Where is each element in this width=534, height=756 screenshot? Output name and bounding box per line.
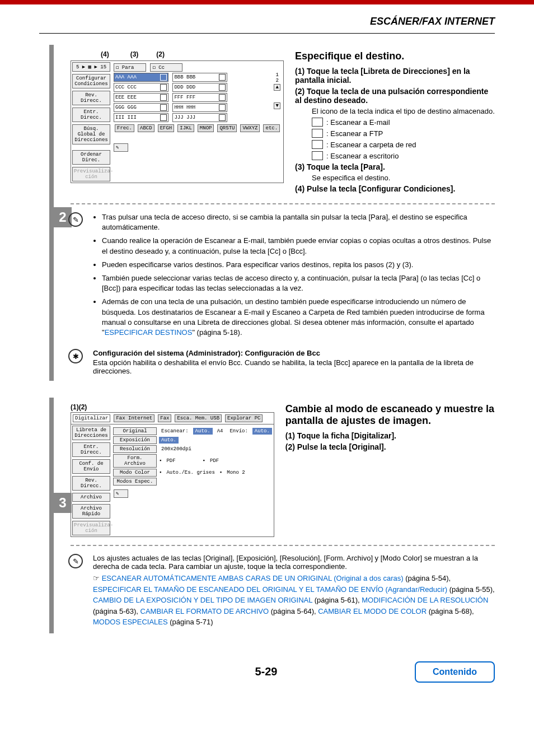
link-4[interactable]: CAMBIAR EL FORMATO DE ARCHIVO	[140, 607, 269, 615]
netfolder-icon	[312, 140, 323, 149]
addr-label: JJJ JJJ	[174, 115, 195, 120]
tab-frec[interactable]: Frec.	[115, 124, 134, 132]
addr-aaa[interactable]: AAA AAA	[114, 73, 168, 82]
addr-ccc[interactable]: CCC CCC	[114, 83, 168, 92]
step-3-number: 3	[54, 493, 72, 513]
link-2[interactable]: CAMBIO DE LA EXPOSICIÓN Y DEL TIPO DE IM…	[93, 596, 312, 604]
btn-modos[interactable]: Modos Espec.	[113, 478, 157, 486]
side-preview[interactable]: Previsualiza-ción	[72, 167, 110, 181]
callout-1: (1)	[71, 403, 79, 411]
btn-color[interactable]: Modo Color	[113, 469, 157, 477]
phone-icon	[160, 84, 167, 91]
addr-ddd[interactable]: DDD DDD	[172, 83, 227, 92]
side-preview[interactable]: Previsualiza-ción	[72, 521, 110, 535]
val-color2: Mono 2	[224, 469, 247, 476]
cc-label: Cc	[158, 65, 165, 71]
ftp-icon	[160, 104, 167, 111]
link-2-p: (página 5-61),	[312, 596, 362, 604]
icon-label-email: : Escanear a E-mail	[326, 118, 390, 127]
link-especificar-destinos[interactable]: ESPECIFICAR DESTINOS	[105, 328, 193, 337]
side-libreta[interactable]: Libreta de Direcciones	[72, 426, 110, 440]
addr-jjj[interactable]: JJJ JJJ	[172, 113, 227, 122]
divider	[71, 203, 495, 204]
side-rapido[interactable]: Archivo Rápido	[72, 504, 110, 519]
note-5: Además de con una tecla de una pulsación…	[102, 297, 495, 338]
step3-title: Cambie al modo de escaneado y muestre la…	[285, 403, 495, 427]
link-1-p: (página 5-55),	[447, 585, 495, 594]
note-5b: " (página 5-18).	[192, 328, 242, 337]
val-pdf1: PDF	[164, 458, 177, 464]
scroll-up-button[interactable]: ▲	[274, 84, 280, 91]
email-icon	[312, 118, 323, 127]
link-1[interactable]: ESPECIFICAR EL TAMAÑO DE ESCANEADO DEL O…	[93, 585, 447, 594]
addr-label: CCC CCC	[115, 85, 137, 90]
link-6[interactable]: MODOS ESPECIALES	[93, 618, 168, 626]
val-exp-auto: Auto.	[159, 437, 179, 444]
breadcrumb: 5 ▶ ▦ ▶ 15	[72, 62, 110, 72]
pen-icon: ✎	[68, 212, 83, 227]
scroll-down-button[interactable]: ▼	[274, 102, 280, 109]
step2-sub1: (1) Toque la tecla [Libreta de Direccion…	[295, 67, 495, 85]
callout-2: (2)	[156, 50, 165, 58]
side-sort[interactable]: Ordenar Direc.	[72, 150, 110, 165]
side-entr[interactable]: Entr. Direcc.	[72, 442, 110, 457]
pen-icon: ✎	[68, 554, 83, 568]
note-3: Pueden especificarse varios destinos. Pa…	[102, 260, 495, 270]
side-config[interactable]: Configurar Condiciones	[72, 74, 110, 88]
cc-button[interactable]: ◻ Cc	[150, 63, 182, 72]
step-2-section: 2 (4) (3) (2) 5 ▶ ▦ ▶ 15	[49, 45, 495, 381]
pdf-icon: ▪	[203, 458, 205, 464]
side-entr[interactable]: Entr. Direcc.	[72, 108, 110, 122]
page-number: 5-29	[118, 665, 415, 678]
side-global[interactable]: Búsq. Global de Direcciones	[72, 124, 110, 144]
link-5[interactable]: CAMBIAR EL MODO DE COLOR	[318, 607, 427, 615]
btn-resolucion[interactable]: Resolución	[113, 445, 157, 453]
btn-original[interactable]: Original	[113, 427, 157, 435]
step3-sub2: (2) Pulse la tecla [Original].	[285, 442, 495, 451]
tab-qrstu[interactable]: QRSTU	[217, 124, 237, 132]
contents-button[interactable]: Contenido	[415, 661, 495, 683]
phone-icon	[219, 114, 226, 121]
side-rev[interactable]: Rev. Direcc.	[72, 476, 110, 491]
val-pdf2: PDF	[208, 458, 221, 464]
tab-usb[interactable]: Esca. Mem. USB	[175, 414, 222, 422]
link-3[interactable]: MODIFICACIÓN DE LA RESOLUCIÓN	[362, 596, 488, 604]
callout-2: (2)	[79, 403, 87, 411]
side-archivo[interactable]: Archivo	[72, 493, 110, 502]
tab-abcd[interactable]: ABCD	[138, 124, 154, 132]
tab-mnop[interactable]: MNOP	[198, 124, 214, 132]
step3-intro: Los ajustes actuales de las teclas [Orig…	[93, 554, 495, 571]
addr-ggg[interactable]: GGG GGG	[114, 103, 168, 112]
addr-eee[interactable]: EEE EEE	[114, 93, 168, 102]
admin-body: Esta opción habilita o deshabilita el en…	[93, 358, 495, 375]
step2-sub2-desc: El icono de la tecla indica el tipo de d…	[312, 107, 495, 115]
tab-etc[interactable]: etc.	[263, 124, 280, 132]
btn-formato[interactable]: Form. Archivo	[113, 454, 157, 468]
tab-faxinternet[interactable]: Fax Internet	[114, 414, 154, 422]
side-rev[interactable]: Rev. Direcc.	[72, 91, 110, 105]
email-icon	[219, 94, 226, 101]
tab-efgh[interactable]: EFGH	[158, 124, 175, 132]
preview-icon-button[interactable]: ✎	[114, 143, 128, 152]
addr-label: GGG GGG	[115, 105, 137, 110]
link-0[interactable]: ESCANEAR AUTOMÁTICAMENTE AMBAS CARAS DE …	[102, 574, 404, 582]
para-button[interactable]: ◻ Para	[114, 63, 146, 72]
addr-fff[interactable]: FFF FFF	[172, 93, 227, 102]
side-conf[interactable]: Conf. de Envío	[72, 459, 110, 474]
mono-icon: ▪	[219, 470, 222, 475]
addr-iii[interactable]: III III	[114, 113, 168, 122]
btn-exposicion[interactable]: Exposición	[113, 436, 157, 444]
addr-hhh[interactable]: HHH HHH	[172, 103, 227, 112]
tab-vwxyz[interactable]: VWXYZ	[240, 124, 260, 132]
addr-label: EEE EEE	[115, 95, 137, 100]
icon-label-ftp: : Escanear a FTP	[326, 129, 383, 138]
tab-digitalizar[interactable]: Digitalizar	[73, 414, 110, 422]
tab-fax[interactable]: Fax	[158, 414, 171, 422]
tab-pc[interactable]: Explorar PC	[225, 414, 263, 422]
step2-sub2: (2) Toque la tecla de una pulsación corr…	[295, 87, 495, 105]
tab-ijkl[interactable]: IJKL	[177, 124, 194, 132]
desktop-icon	[219, 104, 226, 111]
scan-settings-panel: Digitalizar Fax Internet Fax Esca. Mem. …	[71, 412, 274, 537]
addr-bbb[interactable]: BBB BBB	[172, 73, 227, 82]
preview-icon-button[interactable]: ✎	[114, 489, 128, 498]
